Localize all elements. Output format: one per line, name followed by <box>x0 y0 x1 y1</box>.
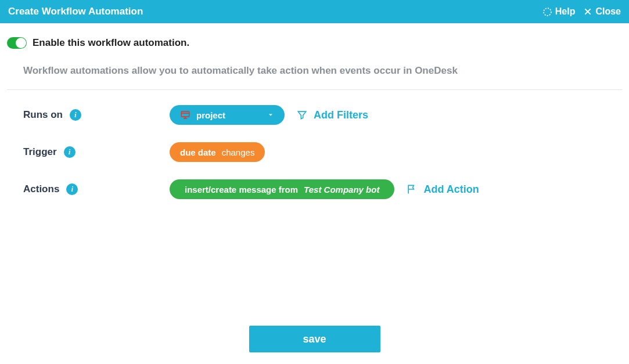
runs-on-value: project <box>196 110 225 120</box>
info-icon[interactable]: i <box>64 146 76 158</box>
actions-text: Actions <box>23 183 59 195</box>
header-actions: Help Close <box>542 6 621 17</box>
save-button[interactable]: save <box>249 326 380 352</box>
help-icon <box>542 7 552 17</box>
trigger-op: changes <box>222 147 255 157</box>
toggle-knob <box>16 38 26 48</box>
add-action-label: Add Action <box>423 183 479 196</box>
project-icon <box>180 110 191 120</box>
action-pill[interactable]: insert/create message from Test Company … <box>170 179 394 199</box>
label-actions: Actions i <box>23 183 170 195</box>
flag-icon <box>406 183 418 195</box>
action-bot: Test Company bot <box>304 185 379 194</box>
enable-row: Enable this workflow automation. <box>7 37 622 49</box>
help-label: Help <box>555 6 576 17</box>
trigger-text: Trigger <box>23 146 57 158</box>
svg-rect-3 <box>181 111 189 117</box>
runs-on-dropdown[interactable]: project <box>170 105 285 125</box>
footer: save <box>0 326 629 352</box>
enable-toggle[interactable] <box>7 37 27 49</box>
filter-icon <box>296 109 308 121</box>
trigger-pill[interactable]: due date changes <box>170 142 265 162</box>
chevron-down-icon <box>267 110 274 120</box>
info-icon[interactable]: i <box>66 183 78 195</box>
enable-label: Enable this workflow automation. <box>33 37 189 49</box>
info-icon[interactable]: i <box>70 109 81 121</box>
close-label: Close <box>595 6 621 17</box>
page-title: Create Workflow Automation <box>8 6 143 17</box>
label-runs-on: Runs on i <box>23 109 170 121</box>
subtitle-text: Workflow automations allow you to automa… <box>7 57 622 90</box>
close-button[interactable]: Close <box>583 6 621 17</box>
add-filters-label: Add Filters <box>314 109 368 121</box>
runs-on-text: Runs on <box>23 109 63 121</box>
header-bar: Create Workflow Automation Help Close <box>0 0 629 23</box>
row-runs-on: Runs on i project <box>23 105 606 125</box>
row-actions: Actions i insert/create message from Tes… <box>23 179 606 199</box>
trigger-field: due date <box>180 147 216 157</box>
action-prefix: insert/create message from <box>185 185 298 194</box>
close-icon <box>583 7 592 16</box>
help-button[interactable]: Help <box>542 6 576 17</box>
label-trigger: Trigger i <box>23 146 170 158</box>
svg-point-0 <box>544 8 551 16</box>
row-trigger: Trigger i due date changes <box>23 142 606 162</box>
add-action-button[interactable]: Add Action <box>406 183 479 196</box>
add-filters-button[interactable]: Add Filters <box>296 109 368 121</box>
